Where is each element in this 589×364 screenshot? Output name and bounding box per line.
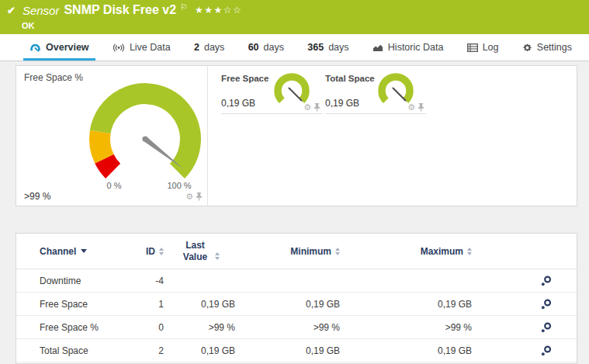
channel-maximum: >99 % <box>340 322 472 333</box>
log-list-icon <box>467 43 478 52</box>
tab-60-days-label: days <box>264 42 284 53</box>
area-chart-icon <box>372 43 383 52</box>
channel-id: 0 <box>126 322 164 333</box>
channel-name: Free Space <box>40 299 126 310</box>
mini-gauge-needle <box>289 88 302 101</box>
channel-id: -4 <box>126 276 164 286</box>
object-kind-label: Sensor <box>23 4 60 17</box>
tab-overview-label: Overview <box>46 42 89 53</box>
free-space-mini-panel: Free Space 0,19 GB ⚙ <box>221 69 322 114</box>
tab-settings-label: Settings <box>537 42 572 53</box>
tab-2-days-number: 2 <box>194 42 199 53</box>
column-header-channel[interactable]: Channel <box>40 246 126 257</box>
column-header-minimum[interactable]: Minimum <box>235 246 340 257</box>
channel-settings-icon[interactable] <box>541 322 552 333</box>
gear-icon <box>522 43 532 53</box>
priority-stars[interactable]: ★★★☆☆ <box>195 5 242 16</box>
tab-365-days-number: 365 <box>307 42 324 53</box>
status-badge: OK <box>22 21 35 30</box>
table-row-free-space-percent: Free Space % 0 >99 % >99 % >99 % <box>16 316 577 339</box>
tab-60-days-number: 60 <box>248 42 259 53</box>
channel-settings-icon[interactable] <box>541 345 552 356</box>
sort-icon <box>215 252 220 260</box>
sorted-desc-icon <box>81 249 87 253</box>
channel-name: Total Space <box>40 345 126 356</box>
column-header-id[interactable]: ID <box>126 246 164 257</box>
sensor-status-header: ✔ Sensor SNMP Disk Free v2 ⚐ ★★★☆☆ OK <box>0 0 589 34</box>
flag-icon: ⚐ <box>180 2 188 12</box>
table-row-total-space: Total Space 2 0,19 GB 0,19 GB 0,19 GB <box>16 339 577 362</box>
channel-minimum: 0,19 GB <box>235 345 340 356</box>
mini-gauge-title: Free Space <box>221 74 269 83</box>
sensor-title: SNMP Disk Free v2 <box>64 3 176 17</box>
mini-gauge-title: Total Space <box>325 74 375 83</box>
free-space-percent-gauge-panel: Free Space % 0 % 100 % >99 % ⚙ <box>16 66 208 206</box>
channel-id: 2 <box>126 345 164 356</box>
channel-maximum: 0,19 GB <box>340 345 472 356</box>
gauge-settings-gear-icon[interactable]: ⚙ <box>185 192 193 201</box>
channel-last-value: 0,19 GB <box>164 299 235 310</box>
mini-gauge-settings-gear-icon[interactable]: ⚙ <box>303 103 311 112</box>
pin-icon[interactable] <box>417 103 424 112</box>
tab-365-days-label: days <box>328 42 348 53</box>
overview-panel: Free Space % 0 % 100 % >99 % ⚙ Free Spac… <box>16 65 577 206</box>
tab-settings[interactable]: Settings <box>515 34 580 61</box>
channel-name: Downtime <box>40 276 126 286</box>
channel-name: Free Space % <box>40 322 126 333</box>
tab-historic-data-label: Historic Data <box>388 42 444 53</box>
tab-live-data-label: Live Data <box>130 42 171 53</box>
total-space-mini-panel: Total Space 0,19 GB ⚙ <box>325 69 426 114</box>
tab-60-days[interactable]: 60 days <box>241 34 292 61</box>
column-header-last-value[interactable]: Last Value <box>164 240 235 263</box>
gauge-scale-max: 100 % <box>162 181 196 190</box>
tab-live-data[interactable]: Live Data <box>105 34 178 61</box>
channel-settings-icon[interactable] <box>541 276 552 286</box>
status-check-icon: ✔ <box>7 5 16 16</box>
pin-icon[interactable] <box>196 192 203 201</box>
mini-gauge-settings-gear-icon[interactable]: ⚙ <box>407 103 415 112</box>
mini-gauge-value: 0,19 GB <box>221 98 255 109</box>
free-space-percent-gauge <box>60 68 230 185</box>
channel-table-panel: Channel ID Last Value Minimum Maximum Do… <box>16 233 577 364</box>
tab-2-days-label: days <box>204 42 224 53</box>
channel-minimum: 0,19 GB <box>235 299 340 310</box>
channel-maximum: 0,19 GB <box>340 299 472 310</box>
tab-bar: Overview Live Data 2 days 60 days 365 da… <box>0 34 589 61</box>
gauge-current-value: >99 % <box>24 191 50 202</box>
channel-last-value: >99 % <box>164 322 235 333</box>
channel-table-header: Channel ID Last Value Minimum Maximum <box>16 234 577 269</box>
sort-icon <box>467 248 472 255</box>
tab-2-days[interactable]: 2 days <box>186 34 232 61</box>
live-data-icon <box>113 43 125 52</box>
gauge-scale-min: 0 % <box>102 181 126 190</box>
tab-log-label: Log <box>483 42 499 53</box>
mini-gauge-value: 0,19 GB <box>325 98 359 109</box>
channel-last-value: 0,19 GB <box>164 345 235 356</box>
table-row-free-space: Free Space 1 0,19 GB 0,19 GB 0,19 GB <box>16 293 577 316</box>
gauge-icon <box>29 43 41 53</box>
tab-overview[interactable]: Overview <box>22 34 97 61</box>
column-header-maximum[interactable]: Maximum <box>340 246 472 257</box>
tab-365-days[interactable]: 365 days <box>300 34 356 61</box>
channel-settings-icon[interactable] <box>541 299 552 310</box>
mini-gauge-needle <box>393 88 406 101</box>
channel-id: 1 <box>126 299 164 310</box>
tab-log[interactable]: Log <box>459 34 507 61</box>
tab-historic-data[interactable]: Historic Data <box>365 34 452 61</box>
pin-icon[interactable] <box>314 103 320 112</box>
channel-minimum: >99 % <box>235 322 340 333</box>
table-row-downtime: Downtime -4 <box>16 269 577 293</box>
